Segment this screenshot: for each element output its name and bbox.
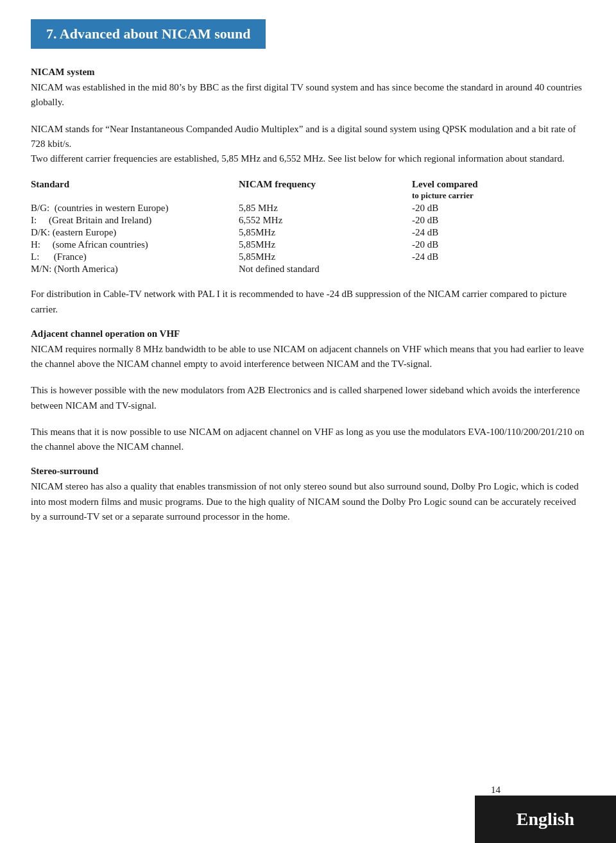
cable-tv-section: For distribution in Cable-TV network wit… [31, 287, 585, 317]
language-label: English [517, 809, 574, 830]
table-cell-standard: M/N: (North America) [31, 263, 239, 275]
table-header-standard: Standard [31, 178, 239, 202]
table-cell-standard: B/G: (countries in western Europe) [31, 202, 239, 214]
modulators-section: This is however possible with the new mo… [31, 383, 585, 413]
table-cell-standard: H: (some African countries) [31, 239, 239, 251]
table-cell-frequency: Not defined standard [239, 263, 412, 275]
two-diff-carrier: Two different carrier frequencies are es… [31, 151, 585, 166]
nicam-stands-para: NICAM stands for “Near Instantaneous Com… [31, 122, 585, 152]
table-row: L: (France)5,85MHz-24 dB [31, 251, 585, 263]
table-cell-level: -20 dB [412, 214, 585, 226]
adjacent-para: NICAM requires normally 8 MHz bandwidth … [31, 342, 585, 372]
table-cell-standard: D/K: (eastern Europe) [31, 226, 239, 239]
table-row: M/N: (North America)Not defined standard [31, 263, 585, 275]
table-cell-frequency: 5,85MHz [239, 239, 412, 251]
adjacent-channel-section: This means that it is now possible to us… [31, 425, 585, 455]
table-cell-level: -20 dB [412, 202, 585, 214]
table-cell-level: -20 dB [412, 239, 585, 251]
stereo-surround-heading: Stereo-surround [31, 466, 585, 477]
table-cell-frequency: 5,85MHz [239, 226, 412, 239]
language-badge: English [475, 796, 616, 843]
adjacent-channel-para: This means that it is now possible to us… [31, 425, 585, 455]
cable-tv-para: For distribution in Cable-TV network wit… [31, 287, 585, 317]
nicam-table: Standard NICAM frequency Level compared … [31, 178, 585, 275]
nicam-system-heading: NICAM system [31, 67, 585, 78]
nicam-stands-section: NICAM stands for “Near Instantaneous Com… [31, 122, 585, 167]
stereo-surround-para: NICAM stereo has also a quality that ena… [31, 479, 585, 524]
adjacent-heading: Adjacent channel operation on VHF [31, 328, 585, 339]
table-cell-frequency: 6,552 MHz [239, 214, 412, 226]
table-row: D/K: (eastern Europe)5,85MHz-24 dB [31, 226, 585, 239]
table-cell-frequency: 5,85MHz [239, 251, 412, 263]
table-cell-level: -24 dB [412, 251, 585, 263]
table-row: I: (Great Britain and Ireland)6,552 MHz-… [31, 214, 585, 226]
chapter-title-box: 7. Advanced about NICAM sound [31, 19, 266, 49]
nicam-system-intro: NICAM was established in the mid 80’s by… [31, 80, 585, 110]
modulators-para: This is however possible with the new mo… [31, 383, 585, 413]
chapter-title: 7. Advanced about NICAM sound [46, 26, 250, 42]
table-row: B/G: (countries in western Europe)5,85 M… [31, 202, 585, 214]
table-cell-standard: I: (Great Britain and Ireland) [31, 214, 239, 226]
table-cell-standard: L: (France) [31, 251, 239, 263]
table-cell-level [412, 263, 585, 275]
table-header-frequency: NICAM frequency [239, 178, 412, 202]
table-cell-frequency: 5,85 MHz [239, 202, 412, 214]
table-header-level: Level compared to picture carrier [412, 178, 585, 202]
adjacent-section: Adjacent channel operation on VHF NICAM … [31, 328, 585, 372]
page-number: 14 [491, 785, 501, 796]
table-cell-level: -24 dB [412, 226, 585, 239]
nicam-system-section: NICAM system NICAM was established in th… [31, 67, 585, 110]
stereo-surround-section: Stereo-surround NICAM stereo has also a … [31, 466, 585, 524]
table-row: H: (some African countries)5,85MHz-20 dB [31, 239, 585, 251]
